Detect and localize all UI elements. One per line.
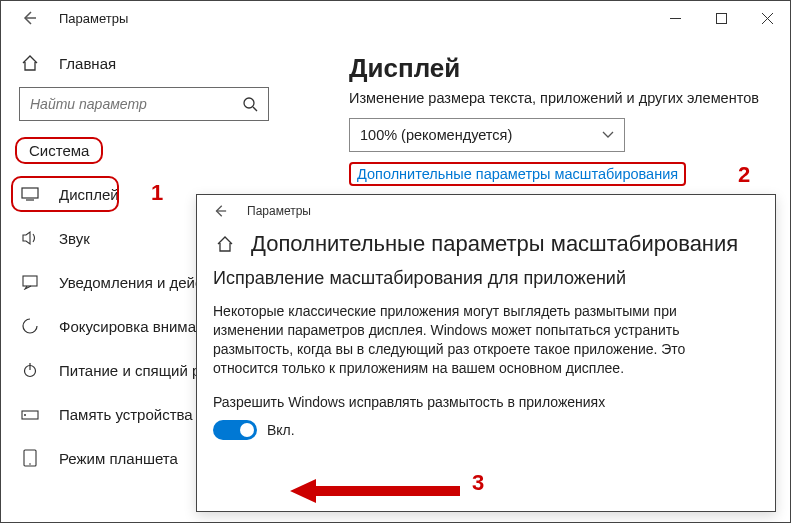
sidebar-item-label: Дисплей <box>59 186 119 203</box>
callout-2: 2 <box>738 162 750 188</box>
svg-point-4 <box>244 98 254 108</box>
svg-rect-1 <box>716 13 726 23</box>
sidebar-item-label: Режим планшета <box>59 450 178 467</box>
svg-line-5 <box>253 107 257 111</box>
window-title: Параметры <box>59 11 128 26</box>
close-button[interactable] <box>744 1 790 35</box>
advanced-scaling-link[interactable]: Дополнительные параметры масштабирования <box>349 162 686 186</box>
titlebar: Параметры <box>1 1 790 35</box>
focus-icon <box>19 317 41 335</box>
popup-description: Некоторые классические приложения могут … <box>213 302 749 378</box>
power-icon <box>19 362 41 378</box>
allow-label: Разрешить Windows исправлять размытость … <box>213 394 749 410</box>
scale-value: 100% (рекомендуется) <box>360 127 602 143</box>
popup-heading: Дополнительные параметры масштабирования <box>251 231 738 257</box>
scale-dropdown[interactable]: 100% (рекомендуется) <box>349 118 625 152</box>
notifications-icon <box>19 274 41 290</box>
svg-point-12 <box>24 414 26 416</box>
popup-subheading: Исправление масштабирования для приложен… <box>213 267 749 290</box>
storage-icon <box>19 407 41 421</box>
search-icon <box>242 96 258 112</box>
sidebar-home[interactable]: Главная <box>1 45 331 81</box>
svg-rect-6 <box>22 188 38 198</box>
advanced-scaling-window: Параметры Дополнительные параметры масшт… <box>196 194 776 512</box>
back-icon[interactable] <box>207 198 233 224</box>
page-heading: Дисплей <box>349 53 762 84</box>
svg-point-14 <box>29 463 31 465</box>
toggle-state: Вкл. <box>267 422 295 438</box>
sidebar-item-label: Память устройства <box>59 406 193 423</box>
tablet-icon <box>19 449 41 467</box>
popup-titlebar: Параметры <box>197 195 775 227</box>
blur-fix-toggle[interactable] <box>213 420 257 440</box>
chevron-down-icon <box>602 131 614 139</box>
scale-description: Изменение размера текста, приложений и д… <box>349 90 762 106</box>
maximize-button[interactable] <box>698 1 744 35</box>
back-icon[interactable] <box>15 4 43 32</box>
display-icon <box>19 187 41 201</box>
home-icon[interactable] <box>213 235 237 253</box>
minimize-button[interactable] <box>652 1 698 35</box>
search-field[interactable] <box>30 96 242 112</box>
popup-title: Параметры <box>247 204 311 218</box>
sidebar-section-system: Система <box>15 137 103 164</box>
callout-1: 1 <box>151 180 163 206</box>
window-controls <box>652 1 790 35</box>
callout-3: 3 <box>472 470 484 496</box>
sidebar-item-label: Звук <box>59 230 90 247</box>
search-input[interactable] <box>19 87 269 121</box>
sidebar-home-label: Главная <box>59 55 116 72</box>
sound-icon <box>19 230 41 246</box>
svg-rect-8 <box>23 276 37 286</box>
home-icon <box>19 54 41 72</box>
